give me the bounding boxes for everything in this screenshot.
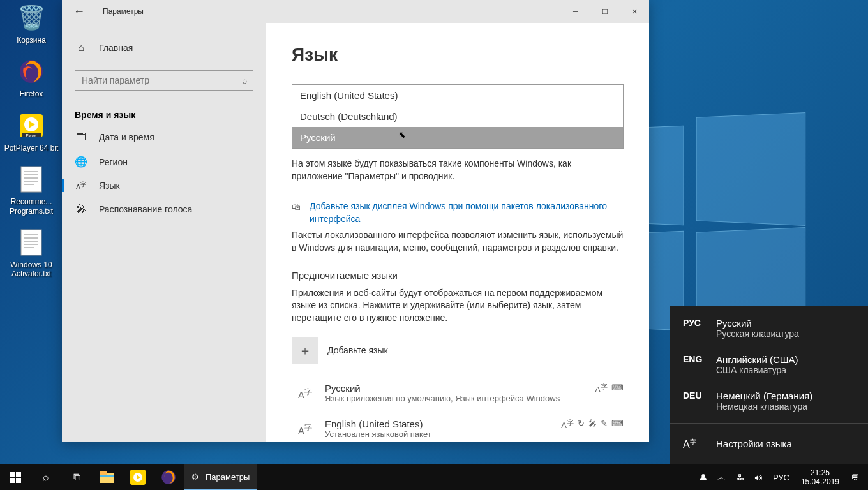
display-icon: A字 (561, 419, 574, 430)
language-settings-link[interactable]: A字 Настройки языка (670, 427, 868, 461)
home-icon: ⌂ (75, 42, 87, 54)
sidebar-item-speech[interactable]: 🎤︎ Распознавание голоса (62, 197, 266, 221)
text-file-icon (16, 164, 47, 195)
svg-rect-21 (16, 478, 21, 483)
page-heading: Язык (292, 45, 624, 65)
task-view-button[interactable]: ⧉ (61, 464, 92, 490)
display-language-dropdown[interactable]: English (United States) Deutsch (Deutsch… (292, 84, 624, 149)
sidebar: ⌂ Главная ⌕ Время и язык 🗔 Дата и время … (62, 23, 266, 442)
preferred-languages-description: Приложения и веб-сайты будут отображатьс… (292, 287, 624, 325)
dropdown-option-deutsch[interactable]: Deutsch (Deutschland) (292, 106, 623, 127)
language-icon: A字 (75, 181, 87, 191)
settings-window: ← Параметры ─ ☐ ✕ ⌂ Главная ⌕ Время и яз… (62, 0, 649, 442)
system-tray: 👤︎ ︿ 🖧 🔊︎ РУС 21:25 15.04.2019 💬︎ (690, 468, 868, 487)
svg-rect-19 (16, 472, 21, 477)
desktop-icon-potplayer[interactable]: Player PotPlayer 64 bit (3, 110, 60, 152)
add-language-button[interactable]: ＋ Добавьте язык (292, 337, 624, 364)
lang-option-deu[interactable]: DEU Немецкий (Германия) Немецкая клавиат… (670, 383, 868, 419)
language-glyph-icon: A字 (292, 419, 318, 439)
taskbar-file-explorer[interactable] (92, 464, 123, 490)
taskbar-potplayer[interactable] (123, 464, 153, 490)
sidebar-item-datetime[interactable]: 🗔 Дата и время (62, 125, 266, 149)
lang-option-rus[interactable]: РУС Русский Русская клавиатура (670, 310, 868, 346)
language-glyph-icon: A字 (292, 383, 318, 403)
search-icon: ⌕ (242, 75, 247, 85)
calendar-icon: 🗔 (75, 131, 87, 143)
language-packs-description: Пакеты локализованного интерфейса позвол… (292, 229, 624, 254)
sidebar-search: ⌕ (75, 70, 253, 91)
sidebar-item-region[interactable]: 🌐 Регион (62, 149, 266, 174)
language-feature-badges: A字 ↻ 🎤︎ ✎ ⌨ (561, 419, 624, 439)
text-to-speech-icon: A字 (595, 383, 608, 394)
back-button[interactable]: ← (73, 5, 85, 19)
language-item-english[interactable]: A字 English (United States) Установлен яз… (292, 411, 624, 442)
svg-rect-24 (100, 475, 114, 477)
store-hint[interactable]: 🛍︎ Добавьте язык дисплея Windows при пом… (292, 200, 624, 225)
start-button[interactable] (0, 464, 31, 490)
desktop-icon-activator-txt[interactable]: Windows 10 Activator.txt (3, 227, 60, 279)
titlebar: ← Параметры ─ ☐ ✕ (62, 0, 649, 23)
text-to-speech-icon: ↻ (578, 419, 585, 428)
plus-icon: ＋ (292, 337, 318, 364)
desktop-icon-recommended-txt[interactable]: Recomme... Programs.txt (3, 164, 60, 216)
svg-rect-18 (10, 472, 15, 477)
gear-icon: ⚙ (191, 472, 199, 482)
search-input[interactable] (75, 70, 253, 91)
dropdown-option-russian[interactable]: Русский ⬉ (292, 127, 623, 148)
recycle-bin-icon: 🗑️ (16, 3, 47, 33)
close-button[interactable]: ✕ (620, 1, 649, 22)
keyboard-icon: ⌨ (611, 383, 624, 392)
preferred-languages-heading: Предпочитаемые языки (292, 270, 624, 281)
store-hint-link[interactable]: Добавьте язык дисплея Windows при помощи… (310, 200, 624, 225)
keyboard-icon: ⌨ (611, 419, 624, 428)
svg-rect-20 (10, 478, 15, 483)
tray-chevron-up-icon[interactable]: ︿ (712, 471, 731, 483)
tray-people-icon[interactable]: 👤︎ (694, 473, 712, 482)
microphone-icon: 🎤︎ (75, 204, 87, 215)
language-icon: A字 (683, 438, 716, 450)
desktop-icon-firefox[interactable]: Firefox (3, 56, 60, 98)
desktop: 🗑️ Корзина Firefox Player PotPlayer 64 b… (0, 0, 64, 293)
tray-language-indicator[interactable]: РУС (768, 473, 795, 482)
tray-action-center-icon[interactable]: 💬︎ (846, 473, 864, 482)
svg-rect-22 (100, 473, 114, 483)
language-feature-badges: A字 ⌨ (595, 383, 624, 403)
lang-option-eng[interactable]: ENG Английский (США) США клавиатура (670, 346, 868, 383)
taskbar-search[interactable]: ⌕ (31, 464, 61, 490)
sidebar-item-language[interactable]: A字 Язык (62, 174, 266, 197)
svg-rect-12 (21, 230, 41, 255)
text-file-icon (16, 227, 47, 258)
svg-rect-23 (100, 471, 107, 475)
separator (670, 423, 868, 424)
sidebar-home[interactable]: ⌂ Главная (62, 36, 266, 60)
content-pane: Язык English (United States) Deutsch (De… (266, 23, 649, 442)
globe-icon: 🌐 (75, 156, 87, 168)
taskbar-settings-app[interactable]: ⚙ Параметры (184, 464, 257, 490)
firefox-icon (16, 56, 47, 87)
store-icon: 🛍︎ (292, 202, 301, 212)
desktop-icon-recycle-bin[interactable]: 🗑️ Корзина (3, 3, 60, 45)
dropdown-option-english[interactable]: English (United States) (292, 85, 623, 106)
language-item-russian[interactable]: A字 Русский Язык приложения по умолчанию,… (292, 375, 624, 411)
svg-text:Player: Player (26, 133, 36, 137)
tray-network-icon[interactable]: 🖧 (731, 473, 749, 482)
taskbar: ⌕ ⧉ ⚙ Параметры 👤︎ ︿ 🖧 🔊︎ РУС 21:25 15.0… (0, 464, 868, 490)
sidebar-section-title: Время и язык (62, 101, 266, 125)
display-language-description: На этом языке будут показываться такие к… (292, 158, 624, 182)
potplayer-icon: Player (16, 110, 47, 141)
maximize-button[interactable]: ☐ (590, 1, 620, 22)
language-switcher-flyout: РУС Русский Русская клавиатура ENG Англи… (670, 306, 868, 464)
tray-clock[interactable]: 21:25 15.04.2019 (795, 468, 846, 487)
taskbar-firefox[interactable] (153, 464, 184, 490)
cursor-icon: ⬉ (398, 130, 406, 140)
minimize-button[interactable]: ─ (561, 1, 590, 22)
handwriting-icon: ✎ (601, 419, 608, 428)
svg-rect-6 (21, 167, 41, 192)
window-title: Параметры (103, 7, 561, 16)
speech-icon: 🎤︎ (588, 419, 597, 428)
tray-volume-icon[interactable]: 🔊︎ (749, 473, 768, 482)
